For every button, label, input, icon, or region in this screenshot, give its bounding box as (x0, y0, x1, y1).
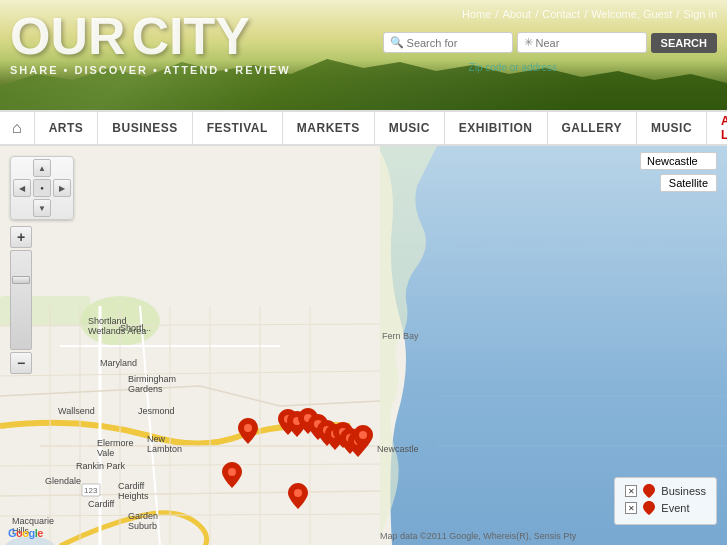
legend: ✕ Business ✕ Event (614, 477, 717, 525)
logo-city: CITY (132, 10, 250, 62)
nav-arts[interactable]: ARTS (35, 112, 99, 144)
search-input[interactable] (407, 37, 506, 49)
label-cardiff-heights: CardiffHeights (118, 481, 149, 501)
top-nav-welcome: Welcome, Guest (591, 8, 672, 20)
zoom-out-button[interactable]: − (10, 352, 32, 374)
location-icon: ✳ (524, 36, 533, 49)
pan-center[interactable]: ● (33, 179, 51, 197)
search-bar: 🔍 ✳ SEARCH (383, 32, 717, 53)
nav-bar: ⌂ ARTS BUSINESS FESTIVAL MARKETS MUSIC E… (0, 110, 727, 146)
top-nav-signin[interactable]: Sign in (683, 8, 717, 20)
nav-business[interactable]: BUSINESS (98, 112, 192, 144)
map-pin-13[interactable] (288, 483, 308, 509)
road-label-123: 123 (84, 486, 97, 495)
google-logo: Google (8, 527, 43, 539)
nav-add-listing[interactable]: ADD LISTING (707, 112, 727, 144)
nav-festival[interactable]: FESTIVAL (193, 112, 283, 144)
zoom-track[interactable] (10, 250, 32, 350)
map-attribution: Map data ©2011 Google, Whereis(R), Sensi… (380, 531, 576, 541)
svg-line-8 (457, 291, 727, 296)
label-maryland: Maryland (100, 358, 137, 368)
near-input[interactable] (536, 37, 640, 49)
svg-point-12 (244, 424, 252, 432)
map-pin-1[interactable] (238, 418, 258, 444)
nav-exhibition[interactable]: EXHIBITION (445, 112, 548, 144)
logo: OUR CITY SHARE • DISCOVER • ATTEND • REV… (10, 10, 291, 76)
zoom-controls: + − (10, 226, 34, 374)
zoom-thumb[interactable] (12, 276, 30, 284)
nav-music2[interactable]: MUSIC (637, 112, 707, 144)
legend-event-checkbox[interactable]: ✕ (625, 502, 637, 514)
zoom-in-button[interactable]: + (10, 226, 32, 248)
legend-business-pin (643, 484, 655, 498)
label-birmingham: BirminghamGardens (128, 374, 176, 394)
legend-event-pin (643, 501, 655, 515)
map-container: ShortlandWetlands Area Maryland Birmingh… (0, 146, 727, 545)
legend-event-label: Event (661, 502, 689, 514)
svg-point-23 (228, 468, 236, 476)
search-icon: 🔍 (390, 36, 404, 49)
tagline: SHARE • DISCOVER • ATTEND • REVIEW (10, 64, 291, 76)
map-pin-12[interactable] (222, 462, 242, 488)
pan-right[interactable]: ▶ (53, 179, 71, 197)
label-elermore: ElermoreVale (97, 438, 134, 458)
map-pin-11[interactable] (353, 425, 373, 451)
svg-point-22 (359, 431, 367, 439)
legend-business-checkbox[interactable]: ✕ (625, 485, 637, 497)
label-new-lambton: NewLambton (147, 434, 182, 454)
map-controls: ▲ ◀ ● ▶ ▼ + − (10, 156, 74, 376)
label-glendale: Glendale (45, 476, 81, 486)
logo-our: OUR (10, 10, 126, 62)
label-rankin: Rankin Park (76, 461, 125, 471)
pan-up[interactable]: ▲ (33, 159, 51, 177)
label-fern-bay: Fern Bay (382, 331, 419, 341)
location-select[interactable]: Newcastle (640, 152, 717, 170)
svg-line-7 (457, 241, 727, 246)
header: OUR CITY SHARE • DISCOVER • ATTEND • REV… (0, 0, 727, 110)
search-button[interactable]: SEARCH (651, 33, 717, 53)
near-input-wrap: ✳ (517, 32, 647, 53)
top-nav-home[interactable]: Home (462, 8, 491, 20)
top-navigation: Home / About / Contact / Welcome, Guest … (462, 8, 717, 20)
satellite-button[interactable]: Satellite (660, 174, 717, 192)
pan-left[interactable]: ◀ (13, 179, 31, 197)
label-wallsend: Wallsend (58, 406, 95, 416)
search-input-wrap: 🔍 (383, 32, 513, 53)
nav-markets[interactable]: MARKETS (283, 112, 375, 144)
nav-music[interactable]: MUSIC (375, 112, 445, 144)
label-jesmond: Jesmond (138, 406, 175, 416)
legend-business-label: Business (661, 485, 706, 497)
legend-business: ✕ Business (625, 484, 706, 498)
map-type-control: Newcastle Satellite (640, 152, 717, 192)
label-shortlands: Shortl... (120, 323, 151, 333)
top-nav-about[interactable]: About (502, 8, 531, 20)
top-nav-contact[interactable]: Contact (542, 8, 580, 20)
nav-home[interactable]: ⌂ (0, 112, 35, 144)
zip-hint: Zip code or address (469, 62, 557, 73)
pan-down[interactable]: ▼ (33, 199, 51, 217)
label-garden-suburb: GardenSuburb (128, 511, 158, 531)
legend-event: ✕ Event (625, 501, 706, 515)
nav-gallery[interactable]: GALLERY (548, 112, 637, 144)
svg-point-24 (294, 489, 302, 497)
pan-control: ▲ ◀ ● ▶ ▼ (10, 156, 74, 220)
label-cardiff: Cardiff (88, 499, 114, 509)
label-newcastle-ocean: Newcastle (377, 444, 419, 454)
